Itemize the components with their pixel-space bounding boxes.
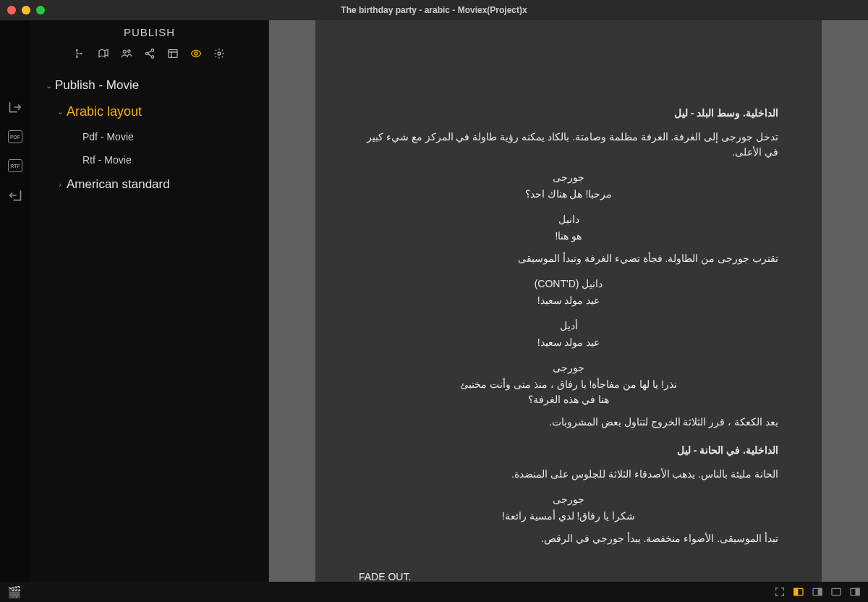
tree-icon[interactable]	[75, 48, 86, 59]
tree-rtf-movie[interactable]: Rtf - Movie	[39, 148, 260, 171]
publish-tree: ⌄ Publish - Movie ⌄ Arabic layout Pdf - …	[30, 69, 268, 200]
svg-rect-15	[832, 588, 841, 595]
left-rail: PDF RTF	[0, 20, 30, 582]
tree-pdf-label: Pdf - Movie	[82, 131, 134, 143]
fullscreen-icon[interactable]	[774, 586, 786, 598]
dialogue-text: شكرا يا رفاق! لدي أمسية رائعة!	[460, 509, 677, 524]
svg-point-4	[127, 50, 129, 52]
dialogue-text: نذر! يا لها من مفاجأة! يا رفاق ، منذ متى…	[460, 377, 677, 407]
svg-rect-14	[818, 588, 822, 595]
sidebar-header: PUBLISH	[30, 20, 268, 43]
share-icon[interactable]	[144, 48, 156, 59]
scene-heading: الداخلية. وسط البلد - ليل	[359, 106, 778, 121]
layout-icon[interactable]	[167, 48, 179, 59]
script-page: الداخلية. وسط البلد - ليل تدخل جورجى إلى…	[315, 20, 822, 582]
tree-american-label: American standard	[67, 177, 170, 192]
tree-rtf-label: Rtf - Movie	[82, 154, 132, 166]
dialogue-text: مرحبا! هل هناك احد؟	[460, 187, 677, 202]
character-name: جورجى	[359, 360, 778, 376]
svg-rect-12	[794, 588, 798, 595]
maximize-window-button[interactable]	[36, 6, 45, 14]
dialogue-text: عيد مولد سعيد!	[460, 335, 677, 350]
action-text: تقترب جورجى من الطاولة. فجأة تضيء الغرفة…	[359, 251, 778, 266]
svg-point-3	[123, 50, 126, 53]
export-icon[interactable]	[8, 100, 22, 114]
character-name: جورجى	[359, 170, 778, 185]
titlebar: The birthday party - arabic - Moviex(Pro…	[0, 0, 868, 20]
book-icon[interactable]	[98, 48, 109, 59]
bottom-icon-group	[774, 586, 861, 598]
transition-text: FADE OUT.	[359, 569, 778, 582]
window-title: The birthday party - arabic - Moviex(Pro…	[0, 5, 868, 15]
bottombar: 🎬	[0, 582, 868, 602]
chevron-down-icon: ⌄	[43, 81, 54, 90]
sidebar: PUBLISH ⌄ Publish - Movie ⌄ Arabic layou…	[30, 20, 269, 582]
svg-point-0	[76, 49, 78, 51]
tree-american-standard[interactable]: › American standard	[39, 171, 260, 198]
scene-heading: الداخلية. في الحانة - ليل	[359, 443, 778, 458]
panel-right-icon[interactable]	[812, 586, 823, 598]
pdf-icon[interactable]: PDF	[8, 130, 22, 143]
close-window-button[interactable]	[7, 6, 16, 14]
svg-point-2	[80, 53, 82, 55]
import-icon[interactable]	[8, 188, 22, 203]
character-name: جورجى	[359, 492, 778, 507]
svg-point-10	[218, 52, 221, 55]
action-text: تدخل جورجى إلى الغرفة. الغرفة مظلمة وصام…	[359, 130, 778, 160]
chevron-right-icon: ›	[55, 180, 65, 189]
action-text: تبدأ الموسيقى. الأضواء منخفضة. يبدأ جورج…	[359, 531, 778, 546]
action-text: الحانة مليئة بالناس. يذهب الأصدقاء الثلا…	[359, 467, 778, 482]
panel-left-icon[interactable]	[793, 586, 804, 598]
svg-point-1	[76, 56, 78, 58]
chevron-down-icon: ⌄	[55, 107, 65, 116]
rtf-icon[interactable]: RTF	[8, 159, 22, 172]
users-icon[interactable]	[121, 48, 132, 59]
tree-arabic-layout[interactable]: ⌄ Arabic layout	[39, 98, 260, 125]
svg-point-9	[195, 52, 197, 55]
tree-pdf-movie[interactable]: Pdf - Movie	[39, 125, 260, 148]
sidebar-toolbar	[30, 43, 268, 69]
tree-root-label: Publish - Movie	[55, 78, 139, 93]
clapper-icon[interactable]: 🎬	[7, 585, 22, 599]
panel-single-icon[interactable]	[830, 586, 842, 598]
tree-root[interactable]: ⌄ Publish - Movie	[39, 72, 260, 98]
svg-rect-8	[169, 50, 177, 58]
window-controls	[0, 6, 45, 14]
character-name: أديل	[359, 318, 778, 334]
dialogue-text: عيد مولد سعيد!	[460, 293, 677, 308]
character-name: دانيل	[359, 212, 778, 227]
sidebar-title: PUBLISH	[124, 26, 175, 38]
eye-icon[interactable]	[190, 48, 202, 59]
tree-arabic-label: Arabic layout	[67, 104, 142, 119]
svg-rect-17	[856, 588, 859, 595]
document-viewport[interactable]: الداخلية. وسط البلد - ليل تدخل جورجى إلى…	[269, 20, 868, 582]
panel-split-icon[interactable]	[849, 586, 861, 598]
character-name: دانيل (CONT'D)	[359, 276, 778, 292]
gear-icon[interactable]	[213, 48, 225, 59]
dialogue-text: هو هنا!	[460, 229, 677, 244]
action-text: بعد الكعكة ، قرر الثلاثة الخروج لتناول ب…	[359, 415, 778, 430]
minimize-window-button[interactable]	[22, 6, 30, 14]
